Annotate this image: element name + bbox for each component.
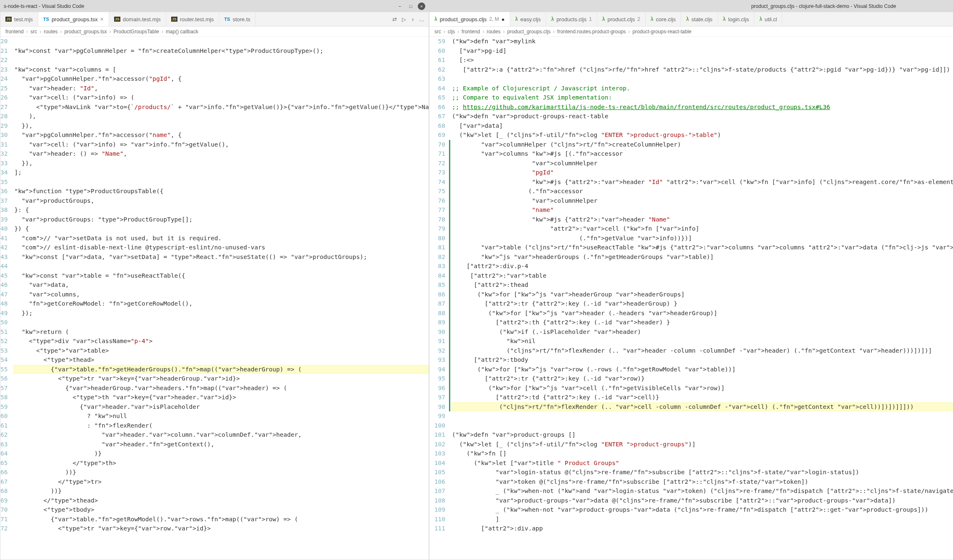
tab-easy-cljs[interactable]: λeasy.cljs (510, 12, 546, 26)
breadcrumb-segment[interactable]: product_groups.cljs (507, 29, 551, 35)
code-content[interactable]: "kw">const "var">pgColumnHelper = "fn">c… (13, 37, 429, 560)
tab-badge: 1 (589, 16, 592, 22)
tab-test-mjs[interactable]: JStest.mjs (0, 12, 38, 26)
chevron-right-icon: › (60, 29, 62, 35)
chevron-right-icon: › (444, 29, 445, 35)
tab-label: product_groups.tsx (52, 16, 98, 22)
title-bar: s-node-ts-react - Visual Studio Code − □… (0, 0, 429, 12)
js-icon: JS (171, 17, 177, 22)
tab-products-cljs[interactable]: λproducts.cljs 1 (546, 12, 597, 26)
clj-icon: λ (602, 16, 605, 22)
tab-store-ts[interactable]: TSstore.ts (219, 12, 256, 26)
minimize-button[interactable]: − (396, 2, 404, 10)
tab-login-cljs[interactable]: λlogin.cljs (718, 12, 755, 26)
tab-badge: 2, M (489, 16, 499, 22)
right-vscode-window: product_groups.cljs - clojure-full-stack… (429, 0, 953, 560)
tab-label: login.cljs (728, 16, 749, 22)
breadcrumb-segment[interactable]: src (434, 29, 441, 35)
chevron-right-icon: › (40, 29, 41, 35)
breadcrumb-segment[interactable]: frontend (462, 29, 480, 35)
breadcrumb-segment[interactable]: routes (44, 29, 57, 35)
breadcrumb[interactable]: frontend›src›routes›product_groups.tsx›P… (0, 27, 429, 37)
code-editor[interactable]: 5960616263646566676869707172737475767778… (429, 37, 953, 560)
tab-label: test.mjs (14, 16, 33, 22)
git-change-indicator (449, 140, 450, 412)
left-vscode-window: s-node-ts-react - Visual Studio Code − □… (0, 0, 429, 560)
editor-tabs: λproduct_groups.cljs 2, M ●λeasy.cljsλpr… (429, 12, 953, 27)
tab-product_groups-cljs[interactable]: λproduct_groups.cljs 2, M ● (429, 12, 510, 26)
tab-badge: 2 (637, 16, 640, 22)
editor-tabs: JStest.mjsTSproduct_groups.tsx ×JSdomain… (0, 12, 429, 27)
tab-domain-test-mjs[interactable]: JSdomain.test.mjs (109, 12, 166, 26)
close-tab-icon[interactable]: × (100, 16, 103, 22)
maximize-button[interactable]: □ (407, 2, 414, 10)
chevron-right-icon: › (26, 29, 28, 35)
breadcrumb-segment[interactable]: map() callback (166, 29, 198, 35)
tab-label: easy.cljs (520, 16, 541, 22)
line-gutter: 5960616263646566676869707172737475767778… (429, 37, 451, 560)
tab-state-cljs[interactable]: λstate.cljs (681, 12, 718, 26)
tab-label: core.cljs (656, 16, 676, 22)
clj-icon: λ (515, 16, 518, 22)
window-title: product_groups.cljs - clojure-full-stack… (751, 3, 896, 9)
js-icon: JS (5, 17, 12, 22)
tab-product_groups-tsx[interactable]: TSproduct_groups.tsx × (38, 12, 109, 26)
tab-label: domain.test.mjs (123, 16, 161, 22)
compare-icon[interactable]: ⇄ (392, 16, 397, 22)
window-title: s-node-ts-react - Visual Studio Code (4, 3, 396, 9)
chevron-right-icon: › (457, 29, 459, 35)
breadcrumb-segment[interactable]: frontend (5, 29, 24, 35)
tab-label: products.cljs (556, 16, 586, 22)
line-gutter: 2021222324252627282930313233343536373839… (0, 37, 13, 560)
tab-product-cljs[interactable]: λproduct.cljs 2 (597, 12, 646, 26)
breadcrumb-segment[interactable]: product-groups-react-table (633, 29, 691, 35)
close-button[interactable]: × (418, 2, 425, 10)
breadcrumb-segment[interactable]: ProductGroupsTable (113, 29, 159, 35)
chevron-right-icon: › (109, 29, 111, 35)
ts-icon: TS (224, 17, 230, 22)
clj-icon: λ (651, 16, 654, 22)
breadcrumb[interactable]: src›cljs›frontend›routes›product_groups.… (429, 27, 953, 37)
chevron-right-icon: › (162, 29, 163, 35)
breadcrumb-segment[interactable]: routes (486, 29, 500, 35)
breadcrumb-segment[interactable]: product_groups.tsx (64, 29, 107, 35)
tab-label: util.cl (765, 16, 777, 22)
more-icon[interactable]: … (419, 16, 424, 22)
window-controls: − □ × (396, 2, 425, 10)
tab-label: product.cljs (608, 16, 635, 22)
title-bar: product_groups.cljs - clojure-full-stack… (429, 0, 953, 12)
tab-label: state.cljs (691, 16, 713, 22)
breadcrumb-segment[interactable]: src (30, 29, 37, 35)
clj-icon: λ (759, 16, 762, 22)
breadcrumb-segment[interactable]: cljs (448, 29, 455, 35)
chevron-right-icon: › (503, 29, 505, 35)
chevron-right-icon: › (553, 29, 555, 35)
tab-core-cljs[interactable]: λcore.cljs (646, 12, 681, 26)
tab-label: store.ts (232, 16, 250, 22)
modified-dot-icon: ● (501, 16, 505, 22)
code-content[interactable]: ("kw">defn "var">mylink ["var">pg-id] [:… (451, 37, 953, 560)
clj-icon: λ (723, 16, 726, 22)
clj-icon: λ (686, 16, 689, 22)
tab-router-test-mjs[interactable]: JSrouter.test.mjs (166, 12, 220, 26)
js-icon: JS (114, 17, 120, 22)
clj-icon: λ (434, 16, 437, 22)
tab-label: router.test.mjs (180, 16, 214, 22)
chevron-right-icon: › (482, 29, 484, 35)
tab-actions: ⇄ ▷ ⫞ … (388, 12, 429, 26)
clj-icon: λ (551, 16, 554, 22)
tab-label: product_groups.cljs (440, 16, 487, 22)
tab-util-cl[interactable]: λutil.cl (754, 12, 782, 26)
breadcrumb-segment[interactable]: frontend.routes.product-groups (557, 29, 626, 35)
code-editor[interactable]: 2021222324252627282930313233343536373839… (0, 37, 429, 560)
chevron-right-icon: › (629, 29, 630, 35)
split-icon[interactable]: ⫞ (411, 16, 414, 22)
run-icon[interactable]: ▷ (402, 16, 406, 22)
ts-icon: TS (43, 17, 49, 22)
